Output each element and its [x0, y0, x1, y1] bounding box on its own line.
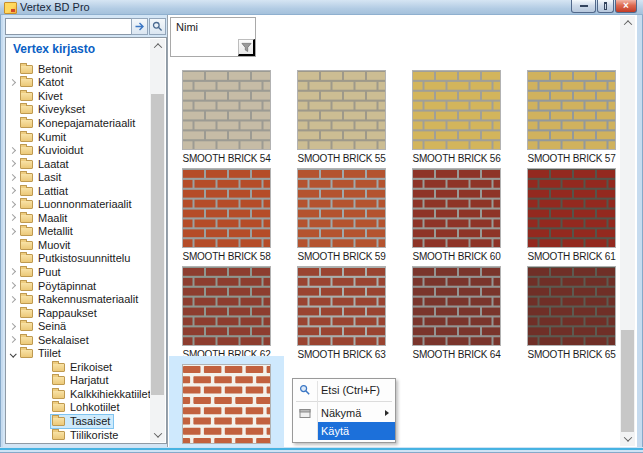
brick-swatch[interactable]: [297, 70, 386, 150]
tree-item-lattiat[interactable]: Lattiat: [6, 184, 150, 198]
tree-item-metallit[interactable]: Metallit: [6, 225, 150, 239]
tree-item-lasit[interactable]: Lasit: [6, 170, 150, 184]
tree-item-erikoiset[interactable]: Erikoiset: [6, 360, 150, 374]
tree-item-tasaiset[interactable]: Tasaiset: [6, 414, 150, 428]
chevron-right-icon[interactable]: [6, 229, 18, 234]
brick-swatch[interactable]: [412, 266, 501, 346]
close-button[interactable]: ×: [615, 0, 637, 13]
material-tile[interactable]: SMOOTH BRICK 59: [284, 160, 399, 258]
chevron-right-icon[interactable]: [6, 202, 18, 207]
brick-swatch[interactable]: [182, 364, 271, 444]
brick-swatch[interactable]: [412, 168, 501, 248]
tree-item-kalkkihiekkatiilet[interactable]: Kalkkihiekkatiilet: [6, 387, 150, 401]
tree-item-konepajamateriaalit[interactable]: Konepajamateriaalit: [6, 116, 150, 130]
menu-item-label: Käytä: [321, 425, 349, 437]
chevron-right-icon[interactable]: [6, 215, 18, 220]
tree-item-kivet[interactable]: Kivet: [6, 89, 150, 103]
tree-item-rakennusmateriaalit[interactable]: Rakennusmateriaalit: [6, 292, 150, 306]
chevron-right-icon[interactable]: [6, 283, 18, 288]
chevron-right-icon[interactable]: [6, 188, 18, 193]
tree-item-label: Erikoiset: [70, 361, 112, 373]
menu-item-käytä[interactable]: Käytä: [293, 422, 395, 440]
material-tile[interactable]: SMOOTH BRICK, parametric: [169, 356, 284, 453]
tree-item-harjatut[interactable]: Harjatut: [6, 374, 150, 388]
tree-item-kumit[interactable]: Kumit: [6, 130, 150, 144]
search-input[interactable]: [5, 18, 133, 35]
material-tile[interactable]: SMOOTH BRICK 61: [514, 160, 629, 258]
chevron-right-icon[interactable]: [6, 80, 18, 85]
material-tile[interactable]: SMOOTH BRICK 63: [284, 258, 399, 356]
material-list-panel: Nimi SMOOTH BRICK 54 SMOOTH BRICK 55 SMO…: [167, 15, 637, 447]
chevron-right-icon[interactable]: [6, 148, 18, 153]
tree-item-maalit[interactable]: Maalit: [6, 211, 150, 225]
app-icon: [4, 2, 17, 14]
folder-icon: [20, 119, 33, 128]
content-scrollbar[interactable]: [620, 16, 635, 446]
tree-item-tiilikoriste[interactable]: Tiilikoriste: [6, 428, 150, 442]
folder-icon: [20, 200, 33, 209]
chevron-right-icon[interactable]: [6, 337, 18, 342]
tree-item-kuvioidut[interactable]: Kuvioidut: [6, 143, 150, 157]
tree-item-label: Sekalaiset: [38, 334, 89, 346]
scroll-up-icon[interactable]: [620, 16, 635, 30]
tree-item-label: Pöytäpinnat: [38, 280, 96, 292]
chevron-right-icon[interactable]: [6, 324, 18, 329]
tree-scrollbar-thumb[interactable]: [151, 94, 164, 395]
maximize-button[interactable]: [597, 0, 614, 13]
tree-item-muovit[interactable]: Muovit: [6, 238, 150, 252]
brick-swatch[interactable]: [182, 266, 271, 346]
menu-item-näkymä[interactable]: Näkymä: [293, 404, 395, 422]
tree-item-kiveykset[interactable]: Kiveykset: [6, 103, 150, 117]
material-tile[interactable]: SMOOTH BRICK 65: [514, 258, 629, 356]
tree-item-laatat[interactable]: Laatat: [6, 157, 150, 171]
content-scrollbar-thumb[interactable]: [621, 330, 634, 432]
tree-item-label: Maalit: [38, 212, 67, 224]
material-tile[interactable]: SMOOTH BRICK 64: [399, 258, 514, 356]
tree-item-katot[interactable]: Katot: [6, 76, 150, 90]
chevron-right-icon[interactable]: [6, 297, 18, 302]
material-tile[interactable]: SMOOTH BRICK 54: [169, 62, 284, 160]
tree-item-seinä[interactable]: Seinä: [6, 319, 150, 333]
minimize-button[interactable]: [571, 0, 596, 13]
folder-icon: [52, 431, 65, 440]
tree-item-putkistosuunnittelu[interactable]: Putkistosuunnittelu: [6, 252, 150, 266]
tree-scrollbar[interactable]: [150, 39, 165, 442]
tree-item-sekalaiset[interactable]: Sekalaiset: [6, 333, 150, 347]
tree-item-pöytäpinnat[interactable]: Pöytäpinnat: [6, 279, 150, 293]
material-tile[interactable]: SMOOTH BRICK 55: [284, 62, 399, 160]
tree-item-tiilet[interactable]: Tiilet: [6, 346, 150, 360]
brick-swatch[interactable]: [182, 70, 271, 150]
tree-item-puut[interactable]: Puut: [6, 265, 150, 279]
material-tile-label: SMOOTH BRICK 65: [527, 349, 615, 360]
tree-item-betonit[interactable]: Betonit: [6, 62, 150, 76]
brick-swatch[interactable]: [182, 168, 271, 248]
search-button[interactable]: [149, 18, 166, 35]
brick-swatch[interactable]: [297, 266, 386, 346]
brick-swatch[interactable]: [527, 70, 616, 150]
material-tile[interactable]: SMOOTH BRICK 62: [169, 258, 284, 356]
scroll-down-icon[interactable]: [150, 428, 165, 442]
chevron-right-icon[interactable]: [6, 269, 18, 274]
chevron-down-icon[interactable]: [6, 351, 18, 356]
material-tile-label: SMOOTH BRICK 64: [412, 349, 500, 360]
tree-item-lohkotiilet[interactable]: Lohkotiilet: [6, 401, 150, 415]
view-icon: [293, 408, 317, 419]
brick-swatch[interactable]: [412, 70, 501, 150]
tree-item-luonnonmateriaalit[interactable]: Luonnonmateriaalit: [6, 197, 150, 211]
go-button[interactable]: [131, 18, 148, 35]
material-tile[interactable]: SMOOTH BRICK 60: [399, 160, 514, 258]
chevron-right-icon[interactable]: [6, 175, 18, 180]
brick-swatch[interactable]: [527, 266, 616, 346]
folder-icon: [20, 133, 33, 142]
scroll-down-icon[interactable]: [620, 432, 635, 446]
brick-swatch[interactable]: [527, 168, 616, 248]
material-tile[interactable]: SMOOTH BRICK 56: [399, 62, 514, 160]
material-tile[interactable]: SMOOTH BRICK 57: [514, 62, 629, 160]
tree-item-rappaukset[interactable]: Rappaukset: [6, 306, 150, 320]
filter-button[interactable]: [238, 39, 255, 56]
scroll-up-icon[interactable]: [150, 39, 165, 53]
chevron-right-icon[interactable]: [6, 161, 18, 166]
material-tile[interactable]: SMOOTH BRICK 58: [169, 160, 284, 258]
menu-item-etsi[interactable]: Etsi (Ctrl+F): [293, 381, 395, 399]
brick-swatch[interactable]: [297, 168, 386, 248]
